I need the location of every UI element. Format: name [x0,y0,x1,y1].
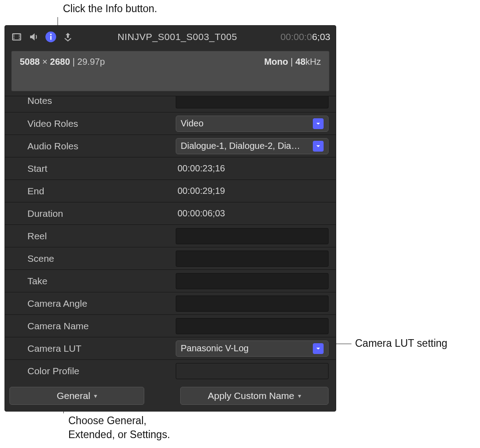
row-take: Take [5,270,336,292]
field-camera-name[interactable] [176,318,329,334]
field-color-profile[interactable] [176,363,329,379]
svg-point-9 [50,34,51,35]
svg-rect-1 [13,35,14,36]
timecode-bright: 6;03 [312,31,330,42]
svg-rect-3 [13,38,14,39]
value-duration: 00:00:06;03 [176,208,225,219]
svg-rect-2 [13,36,14,37]
value-start: 00:00:23;16 [176,163,225,174]
frame-rate: 29.97p [77,57,105,67]
clip-format-summary: 5088 × 2680 | 29.97p Mono | 48kHz [11,51,329,91]
callout-line1: Choose General, [68,414,170,428]
label-reel: Reel [27,231,176,242]
video-format: 5088 × 2680 | 29.97p [20,57,105,67]
chevron-down-icon [313,343,324,354]
label-take: Take [27,276,176,287]
svg-rect-4 [19,35,20,36]
chevron-down-icon: ▾ [94,392,97,399]
clip-name: NINJVP_S001_S003_T005 [79,31,276,42]
label-camera-lut: Camera LUT [27,343,176,354]
audio-format: Mono | 48kHz [264,57,321,67]
field-camera-angle[interactable] [176,296,329,312]
row-color-profile: Color Profile [5,360,336,382]
label-start: Start [27,163,176,174]
khz-label: kHz [306,57,321,67]
callout-metadata-view: Choose General, Extended, or Settings. [68,414,170,442]
label-scene: Scene [27,253,176,264]
share-inspector-icon[interactable] [62,31,74,43]
chevron-down-icon [313,141,324,152]
inspector-footer: General ▾ Apply Custom Name ▾ [5,382,336,411]
apply-custom-name-label: Apply Custom Name [208,390,294,401]
label-notes: Notes [27,96,176,106]
label-video-roles: Video Roles [27,118,176,129]
chevron-down-icon [313,118,324,129]
row-start: Start 00:00:23;16 [5,157,336,180]
res-height: 2680 [50,57,70,67]
video-inspector-icon[interactable] [10,31,23,43]
svg-rect-6 [19,38,20,39]
clip-duration-timecode: 00:00:06;03 [280,31,330,42]
callout-line2: Extended, or Settings. [68,428,170,442]
inspector-panel: NINJVP_S001_S003_T005 00:00:06;03 5088 ×… [4,25,336,412]
label-end: End [27,186,176,197]
dropdown-video-roles[interactable]: Video [176,116,329,132]
dropdown-audio-roles-value: Dialogue-1, Dialogue-2, Dia… [181,141,300,151]
label-duration: Duration [27,208,176,219]
svg-rect-5 [19,36,20,37]
row-reel: Reel [5,225,336,247]
row-camera-lut: Camera LUT Panasonic V-Log [5,337,336,360]
field-take[interactable] [176,273,329,289]
metadata-rows: Notes Video Roles Video Audio Roles Dial… [5,96,336,382]
row-notes: Notes [5,96,336,112]
row-end: End 00:00:29;19 [5,180,336,202]
inspector-toolbar: NINJVP_S001_S003_T005 00:00:06;03 [5,26,336,48]
timecode-dim: 00:00:0 [280,31,312,42]
sample-rate: 48 [295,57,305,67]
label-camera-angle: Camera Angle [27,298,176,309]
row-camera-name: Camera Name [5,315,336,337]
audio-inspector-icon[interactable] [27,31,40,43]
metadata-view-popup[interactable]: General ▾ [9,387,144,405]
callout-info-button: Click the Info button. [63,3,157,15]
metadata-view-label: General [57,390,90,401]
svg-rect-8 [50,36,52,40]
row-scene: Scene [5,247,336,270]
dropdown-audio-roles[interactable]: Dialogue-1, Dialogue-2, Dia… [176,138,329,154]
label-audio-roles: Audio Roles [27,141,176,152]
value-end: 00:00:29;19 [176,186,225,196]
dropdown-video-roles-value: Video [181,118,204,129]
label-color-profile: Color Profile [27,366,176,376]
field-scene[interactable] [176,251,329,267]
row-camera-angle: Camera Angle [5,292,336,315]
callout-camera-lut: Camera LUT setting [355,337,447,349]
row-video-roles: Video Roles Video [5,112,336,135]
dropdown-camera-lut[interactable]: Panasonic V-Log [176,340,329,357]
field-notes[interactable] [176,96,329,108]
row-audio-roles: Audio Roles Dialogue-1, Dialogue-2, Dia… [5,135,336,157]
apply-custom-name-popup[interactable]: Apply Custom Name ▾ [180,387,329,405]
chevron-down-icon: ▾ [298,392,301,399]
row-duration: Duration 00:00:06;03 [5,202,336,225]
info-inspector-icon[interactable] [44,31,57,43]
label-camera-name: Camera Name [27,321,176,332]
res-width: 5088 [20,57,40,67]
dropdown-camera-lut-value: Panasonic V-Log [181,343,249,354]
field-reel[interactable] [176,228,329,244]
audio-channels: Mono [264,57,288,67]
